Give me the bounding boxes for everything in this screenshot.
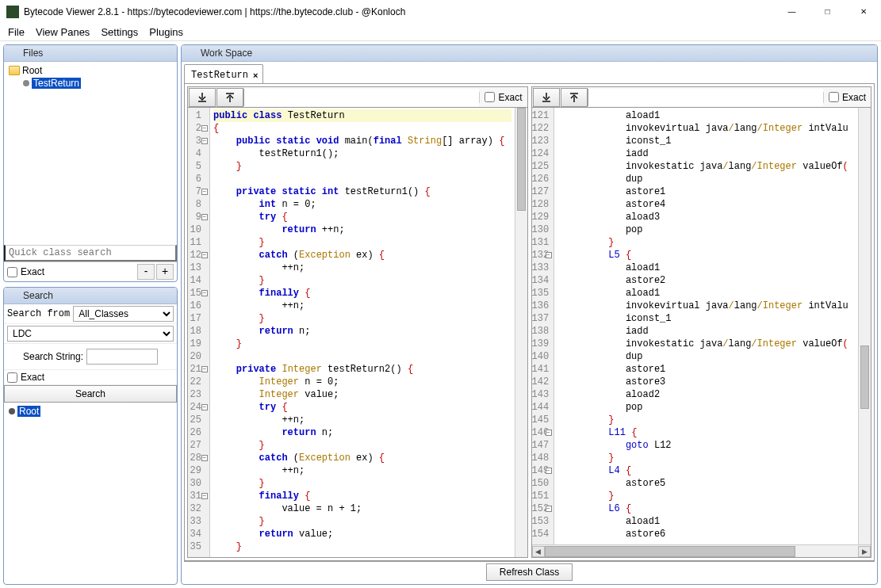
pane-toolbar: Exact [532,87,871,108]
scroll-thumb[interactable] [545,546,795,557]
search-type-select[interactable]: LDC [7,326,174,342]
minimize-button[interactable]: — [774,0,810,24]
upload-button[interactable] [216,88,243,107]
bytecode-pane: Exact 1211221231241251261271281291301311… [531,86,872,558]
line-gutter: 12−3−4567−89−101112−131415−161718192021−… [188,108,210,557]
result-root-label: Root [17,406,40,417]
workspace-footer: Refresh Class [184,561,875,582]
menu-view-panes[interactable]: View Panes [31,25,94,40]
folder-icon [9,66,20,75]
app-icon [6,6,19,18]
window-title: Bytecode Viewer 2.8.1 - https://bytecode… [24,6,774,17]
download-button[interactable] [533,88,560,107]
scroll-left-arrow[interactable]: ◀ [532,546,545,557]
line-gutter: 121122123124125126127128129130131132−133… [532,108,554,544]
vertical-scrollbar[interactable] [858,108,871,544]
pane-exact-checkbox[interactable] [485,92,495,102]
refresh-class-button[interactable]: Refresh Class [486,563,573,581]
decompiled-pane: Exact 12−3−4567−89−101112−131415−1617181… [187,86,528,558]
files-tree[interactable]: Root TestReturn [4,62,177,245]
pane-exact-checkbox[interactable] [829,92,839,102]
search-string-input[interactable] [86,349,158,365]
pane-search-input[interactable] [588,89,823,106]
close-button[interactable]: ✕ [845,0,881,24]
workspace-title: Work Space [182,45,877,62]
menubar: File View Panes Settings Plugins [0,24,881,41]
scroll-right-arrow[interactable]: ▶ [858,546,871,557]
left-column: Files Root TestReturn Exact - [3,44,178,585]
code-area[interactable]: 121122123124125126127128129130131132−133… [532,108,871,544]
workspace-column: Work Space TestReturn × [181,44,878,585]
workspace-panel: Work Space TestReturn × [181,44,878,585]
menu-settings[interactable]: Settings [96,25,143,40]
menu-plugins[interactable]: Plugins [144,25,188,40]
search-panel: Search Search from All_Classes LDC Searc… [3,287,178,585]
code-text[interactable]: public class TestReturn{ public static v… [210,108,515,557]
files-panel-title: Files [4,45,177,62]
collapse-button[interactable]: - [137,264,155,280]
pane-toolbar: Exact [188,87,527,108]
vertical-scrollbar[interactable] [515,108,527,557]
pane-search-input[interactable] [243,89,479,106]
search-exact-checkbox[interactable] [7,372,17,383]
horizontal-scrollbar[interactable]: ◀ ▶ [532,544,871,557]
tab-content: Exact 12−3−4567−89−101112−131415−1617181… [184,83,875,561]
maximize-button[interactable]: □ [810,0,845,24]
bullet-icon [9,408,15,414]
code-text[interactable]: aload1 invokevirtual java/lang/Integer i… [554,108,859,544]
tree-root[interactable]: Root [9,64,172,77]
search-string-label: Search String: [23,351,83,362]
titlebar: Bytecode Viewer 2.8.1 - https://bytecode… [0,0,881,24]
search-from-label: Search from [7,308,70,319]
menu-file[interactable]: File [3,25,29,40]
class-icon [23,80,29,86]
search-exact-label: Exact [21,372,44,383]
tree-item-label: TestReturn [32,78,81,89]
files-panel: Files Root TestReturn Exact - [3,44,178,282]
result-root[interactable]: Root [9,405,172,418]
search-panel-title: Search [4,288,177,304]
tab-testreturn[interactable]: TestReturn × [184,64,263,83]
upload-button[interactable] [561,88,588,107]
scroll-thumb[interactable] [860,346,869,409]
tree-item[interactable]: TestReturn [9,77,172,90]
files-exact-label: Exact [21,266,136,277]
expand-button[interactable]: + [156,264,174,280]
files-exact-checkbox[interactable] [7,267,17,277]
tree-root-label: Root [22,65,42,76]
main-area: Files Root TestReturn Exact - [0,41,881,588]
tab-strip: TestReturn × [184,64,875,83]
code-area[interactable]: 12−3−4567−89−101112−131415−161718192021−… [188,108,527,557]
quick-class-search-input[interactable] [4,245,177,262]
scroll-thumb[interactable] [517,108,526,211]
pane-exact-label: Exact [498,92,522,103]
search-button[interactable]: Search [4,385,177,403]
search-from-select[interactable]: All_Classes [73,306,174,322]
window-controls: — □ ✕ [774,0,881,24]
tab-label: TestReturn [191,70,248,81]
search-results[interactable]: Root [4,403,177,584]
tab-close-icon[interactable]: × [253,71,258,80]
pane-exact-label: Exact [842,92,866,103]
download-button[interactable] [189,88,216,107]
